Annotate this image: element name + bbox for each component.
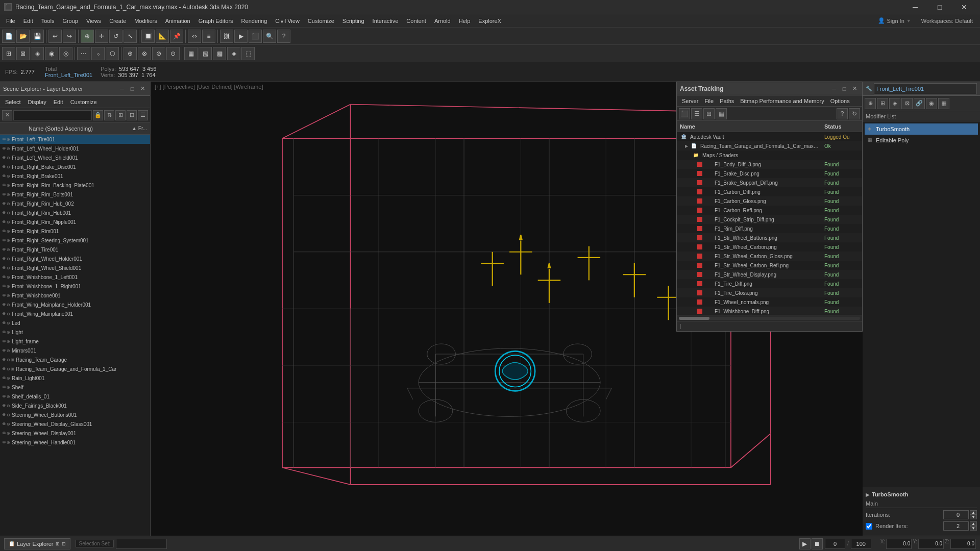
menu-customize[interactable]: Customize xyxy=(304,14,338,28)
se-list-item[interactable]: 👁⊙Steering_Wheel_Handle001 xyxy=(0,438,150,447)
menu-views[interactable]: Views xyxy=(82,14,105,28)
move-button[interactable]: ✛ xyxy=(95,30,108,43)
eye-icon[interactable]: 👁 xyxy=(2,376,6,381)
render-iters-up[interactable]: ▲ xyxy=(970,521,977,526)
at-list-item[interactable]: 🏦Autodesk VaultLogged Ou xyxy=(677,132,862,141)
mirror-button[interactable]: ⇔ xyxy=(188,30,201,43)
se-list-item[interactable]: 👁⊙Front_Whishbone001 xyxy=(0,291,150,300)
iterations-down[interactable]: ▼ xyxy=(970,515,977,519)
at-list-item[interactable]: F1_Tire_Diff.pngFound xyxy=(677,279,862,288)
z-coord[interactable] xyxy=(950,539,976,549)
render-icon[interactable]: ⊙ xyxy=(7,348,10,353)
se-list-item[interactable]: 👁⊙Front_Right_Rim_Hub_002 xyxy=(0,199,150,208)
eye-icon[interactable]: 👁 xyxy=(2,202,6,206)
se-list-item[interactable]: 👁⊙⊞Racing_Team_Garage xyxy=(0,355,150,364)
at-list-item[interactable]: F1_Str_Wheel_Carbon_Refl.pngFound xyxy=(677,261,862,270)
save-button[interactable]: 💾 xyxy=(31,30,44,43)
eye-icon[interactable]: 👁 xyxy=(2,183,6,188)
render-icon[interactable]: ⊙ xyxy=(7,358,10,362)
render-icon[interactable]: ⊙ xyxy=(7,238,10,243)
at-list-item[interactable]: F1_Body_Diff_3.pngFound xyxy=(677,160,862,169)
render4-button[interactable]: 🔍 xyxy=(263,30,276,43)
render-icon[interactable]: ⊙ xyxy=(7,413,10,417)
menu-rendering[interactable]: Rendering xyxy=(237,14,272,28)
at-list-item[interactable]: F1_Cockpit_Strip_Diff.pngFound xyxy=(677,215,862,224)
rp-btn-4[interactable]: ⊠ xyxy=(901,98,913,109)
se-tb-lock[interactable]: 🔒 xyxy=(93,110,103,120)
tb2-3[interactable]: ◈ xyxy=(31,47,44,60)
ts-render-iters-check[interactable] xyxy=(866,523,872,530)
eye-icon[interactable]: 👁 xyxy=(2,174,6,179)
at-menu-file[interactable]: File xyxy=(701,97,717,105)
render-icon[interactable]: ⊙ xyxy=(7,137,10,142)
end-frame-input[interactable] xyxy=(851,539,871,549)
rotate-button[interactable]: ↺ xyxy=(109,30,122,43)
eye-icon[interactable]: 👁 xyxy=(2,404,6,408)
eye-icon[interactable]: 👁 xyxy=(2,257,6,261)
se-list-item[interactable]: 👁⊙Front_Right_Steering_System001 xyxy=(0,236,150,245)
at-list-item[interactable]: F1_Rim_Diff.pngFound xyxy=(677,224,862,233)
eye-icon[interactable]: 👁 xyxy=(2,238,6,243)
render-icon[interactable]: ⊙ xyxy=(7,293,10,298)
eye-icon[interactable]: 👁 xyxy=(2,312,6,316)
render-icon[interactable]: ⊙ xyxy=(7,284,10,289)
se-menu-select[interactable]: Select xyxy=(2,98,24,106)
menu-group[interactable]: Group xyxy=(58,14,82,28)
se-tb-expand[interactable]: ⊞ xyxy=(115,110,126,120)
se-menu-edit[interactable]: Edit xyxy=(51,98,66,106)
selection-set-input[interactable] xyxy=(116,539,167,549)
se-tb-sort[interactable]: ⇅ xyxy=(104,110,114,120)
se-list-item[interactable]: 👁⊙Steering_Wheel_Display_Glass001 xyxy=(0,419,150,429)
tb2-13[interactable]: ▦ xyxy=(184,47,198,60)
eye-icon[interactable]: 👁 xyxy=(2,165,6,169)
at-list-item[interactable]: F1_Carbon_Refl.pngFound xyxy=(677,206,862,215)
render-icon[interactable]: ⊙ xyxy=(7,431,10,436)
tb2-16[interactable]: ◈ xyxy=(227,47,240,60)
render-icon[interactable]: ⊙ xyxy=(7,247,10,252)
eye-icon[interactable]: 👁 xyxy=(2,266,6,270)
modifier-turbosmooth[interactable]: ◈ TurboSmooth xyxy=(865,123,978,135)
new-button[interactable]: 📄 xyxy=(2,30,15,43)
at-minimize[interactable]: ─ xyxy=(829,84,839,93)
render-icon[interactable]: ⊙ xyxy=(7,156,10,160)
eye-icon[interactable]: 👁 xyxy=(2,330,6,335)
stop-button[interactable]: ⏹ xyxy=(812,538,823,549)
layer-explorer-tab[interactable]: 📋 Layer Explorer ⊞ ⊟ xyxy=(4,538,70,549)
se-list-item[interactable]: 👁⊙Front_Left_Wheel_Holder001 xyxy=(0,144,150,153)
at-list-item[interactable]: F1_Str_Wheel_Display.pngFound xyxy=(677,270,862,279)
select-button[interactable]: ⊕ xyxy=(81,30,94,43)
render-icon[interactable]: ⊙ xyxy=(7,146,10,151)
tb2-1[interactable]: ⊞ xyxy=(2,47,15,60)
redo-button[interactable]: ↪ xyxy=(63,30,76,43)
se-list-item[interactable]: 👁⊙Front_Left_Wheel_Shield001 xyxy=(0,153,150,162)
render-icon[interactable]: ⊙ xyxy=(7,257,10,261)
se-list-item[interactable]: 👁⊙Shelf xyxy=(0,383,150,392)
render-icon[interactable]: ⊙ xyxy=(7,303,10,307)
render-icon[interactable]: ⊙ xyxy=(7,339,10,344)
eye-icon[interactable]: 👁 xyxy=(2,348,6,353)
se-list-item[interactable]: 👁⊙⊞Racing_Team_Garage_and_Formula_1_Car xyxy=(0,364,150,373)
eye-icon[interactable]: 👁 xyxy=(2,284,6,289)
eye-icon[interactable]: 👁 xyxy=(2,358,6,362)
se-list-item[interactable]: 👁⊙Led xyxy=(0,318,150,328)
menu-modifiers[interactable]: Modifiers xyxy=(130,14,161,28)
scale-button[interactable]: ⤡ xyxy=(124,30,137,43)
tb2-7[interactable]: ⬦ xyxy=(91,47,105,60)
eye-icon[interactable]: 👁 xyxy=(2,137,6,142)
menu-animation[interactable]: Animation xyxy=(161,14,194,28)
se-list-item[interactable]: 👁⊙Side_Fairings_Black001 xyxy=(0,401,150,410)
eye-icon[interactable]: 👁 xyxy=(2,339,6,344)
render-icon[interactable]: ⊙ xyxy=(7,165,10,169)
tb2-2[interactable]: ⊠ xyxy=(16,47,30,60)
eye-icon[interactable]: 👁 xyxy=(2,394,6,399)
eye-icon[interactable]: 👁 xyxy=(2,192,6,197)
at-scroll-thumb[interactable] xyxy=(679,317,709,320)
play-button[interactable]: ▶ xyxy=(799,538,811,549)
render-icon[interactable]: ⊙ xyxy=(7,312,10,316)
snap-button[interactable]: 🔲 xyxy=(141,30,155,43)
render-iters-down[interactable]: ▼ xyxy=(970,526,977,531)
open-button[interactable]: 📂 xyxy=(16,30,30,43)
at-list-item[interactable]: F1_Str_Wheel_Carbon.pngFound xyxy=(677,242,862,252)
at-tb-4[interactable]: ▦ xyxy=(716,108,727,119)
at-list-item[interactable]: F1_Carbon_Diff.pngFound xyxy=(677,187,862,196)
